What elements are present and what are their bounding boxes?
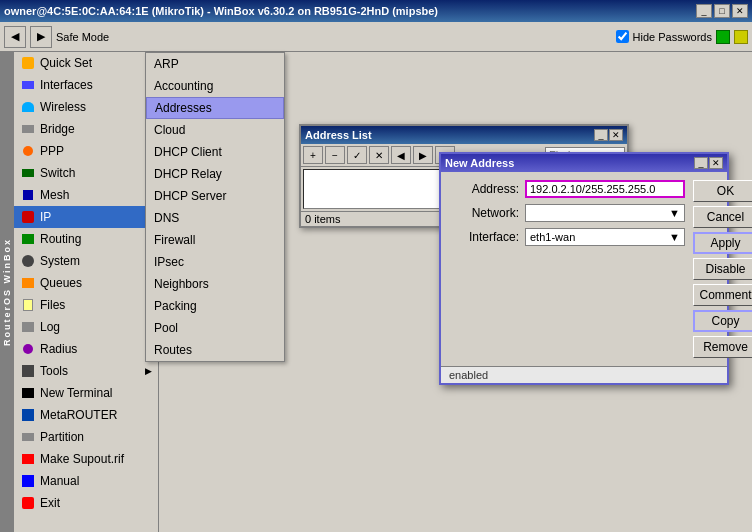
tools-icon [20, 363, 36, 379]
remove-address-button[interactable]: − [325, 146, 345, 164]
submenu-item-dhcp-relay[interactable]: DHCP Relay [146, 163, 284, 185]
sidebar-item-log[interactable]: Log [14, 316, 158, 338]
address-list-title: Address List [305, 129, 372, 141]
comment-button[interactable]: Comment [693, 284, 752, 306]
submenu-item-dhcp-client[interactable]: DHCP Client [146, 141, 284, 163]
copy-button[interactable]: Copy [693, 310, 752, 332]
submenu-item-firewall[interactable]: Firewall [146, 229, 284, 251]
hide-passwords-checkbox[interactable] [616, 30, 629, 43]
sidebar-item-tools[interactable]: Tools ▶ [14, 360, 158, 382]
new-address-window-buttons: _ ✕ [694, 157, 723, 169]
sidebar-label-routing: Routing [40, 232, 81, 246]
submenu-item-accounting[interactable]: Accounting [146, 75, 284, 97]
ip-submenu: ARP Accounting Addresses Cloud DHCP Clie… [145, 52, 285, 362]
submenu-label-dhcp-client: DHCP Client [154, 145, 222, 159]
edit-address-button[interactable]: ✓ [347, 146, 367, 164]
add-address-button[interactable]: + [303, 146, 323, 164]
prev-address-button[interactable]: ◀ [391, 146, 411, 164]
submenu-item-dhcp-server[interactable]: DHCP Server [146, 185, 284, 207]
sidebar-label-ip: IP [40, 210, 51, 224]
sidebar-item-wireless[interactable]: Wireless [14, 96, 158, 118]
submenu-item-dns[interactable]: DNS [146, 207, 284, 229]
tools-arrow: ▶ [145, 366, 152, 376]
disable-button[interactable]: Disable [693, 258, 752, 280]
submenu-item-routes[interactable]: Routes [146, 339, 284, 361]
sidebar-item-interfaces[interactable]: Interfaces [14, 74, 158, 96]
sidebar-item-manual[interactable]: Manual [14, 470, 158, 492]
sidebar-label-exit: Exit [40, 496, 60, 510]
submenu-item-pool[interactable]: Pool [146, 317, 284, 339]
interface-dropdown-arrow[interactable]: ▼ [669, 231, 680, 243]
sidebar-label-quick-set: Quick Set [40, 56, 92, 70]
sidebar-item-radius[interactable]: Radius [14, 338, 158, 360]
submenu-item-arp[interactable]: ARP [146, 53, 284, 75]
interface-value: eth1-wan [530, 231, 575, 243]
sidebar-item-quick-set[interactable]: Quick Set [14, 52, 158, 74]
address-list-window-buttons: _ ✕ [594, 129, 623, 141]
submenu-item-ipsec[interactable]: IPsec [146, 251, 284, 273]
sidebar-item-ppp[interactable]: PPP [14, 140, 158, 162]
new-address-dialog: New Address _ ✕ Address: Network: [439, 152, 729, 385]
main-layout: RouterOS WinBox Quick Set Interfaces Wir… [0, 52, 752, 532]
submenu-label-arp: ARP [154, 57, 179, 71]
submenu-label-firewall: Firewall [154, 233, 195, 247]
sidebar-label-radius: Radius [40, 342, 77, 356]
forward-button[interactable]: ▶ [30, 26, 52, 48]
new-address-close[interactable]: ✕ [709, 157, 723, 169]
sidebar-item-bridge[interactable]: Bridge [14, 118, 158, 140]
maximize-button[interactable]: □ [714, 4, 730, 18]
sidebar-item-mesh[interactable]: Mesh [14, 184, 158, 206]
sidebar-item-switch[interactable]: Switch [14, 162, 158, 184]
next-address-button[interactable]: ▶ [413, 146, 433, 164]
sidebar-item-files[interactable]: Files [14, 294, 158, 316]
new-address-titlebar[interactable]: New Address _ ✕ [441, 154, 727, 172]
network-select[interactable]: ▼ [525, 204, 685, 222]
make-supout-icon [20, 451, 36, 467]
sidebar-item-routing[interactable]: Routing [14, 228, 158, 250]
submenu-item-addresses[interactable]: Addresses [146, 97, 284, 119]
sidebar-item-partition[interactable]: Partition [14, 426, 158, 448]
address-list-minimize[interactable]: _ [594, 129, 608, 141]
back-button[interactable]: ◀ [4, 26, 26, 48]
cancel-button[interactable]: Cancel [693, 206, 752, 228]
submenu-item-neighbors[interactable]: Neighbors [146, 273, 284, 295]
interface-select[interactable]: eth1-wan ▼ [525, 228, 685, 246]
submenu-label-accounting: Accounting [154, 79, 213, 93]
new-address-minimize[interactable]: _ [694, 157, 708, 169]
submenu-label-packing: Packing [154, 299, 197, 313]
green-status-box [716, 30, 730, 44]
terminal-icon [20, 385, 36, 401]
files-icon [20, 297, 36, 313]
sidebar-item-queues[interactable]: Queues [14, 272, 158, 294]
sidebar-item-ip[interactable]: IP ▶ [14, 206, 158, 228]
copy-address-button[interactable]: ✕ [369, 146, 389, 164]
new-address-buttons: OK Cancel Apply Disable Comment Copy Rem… [693, 180, 752, 358]
remove-button[interactable]: Remove [693, 336, 752, 358]
close-button[interactable]: ✕ [732, 4, 748, 18]
ok-button[interactable]: OK [693, 180, 752, 202]
sidebar-item-exit[interactable]: Exit [14, 492, 158, 514]
submenu-label-dhcp-server: DHCP Server [154, 189, 226, 203]
address-list-titlebar[interactable]: Address List _ ✕ [301, 126, 627, 144]
network-dropdown-arrow[interactable]: ▼ [669, 207, 680, 219]
apply-button[interactable]: Apply [693, 232, 752, 254]
queues-icon [20, 275, 36, 291]
submenu-item-packing[interactable]: Packing [146, 295, 284, 317]
sidebar-label-new-terminal: New Terminal [40, 386, 112, 400]
submenu-item-cloud[interactable]: Cloud [146, 119, 284, 141]
sidebar-label-bridge: Bridge [40, 122, 75, 136]
hide-passwords-label: Hide Passwords [633, 31, 712, 43]
sidebar-label-metarouter: MetaROUTER [40, 408, 117, 422]
address-input[interactable] [525, 180, 685, 198]
ip-icon [20, 209, 36, 225]
sidebar-item-new-terminal[interactable]: New Terminal [14, 382, 158, 404]
sidebar-item-system[interactable]: System ▶ [14, 250, 158, 272]
sidebar-label-wireless: Wireless [40, 100, 86, 114]
sidebar-item-metarouter[interactable]: MetaROUTER [14, 404, 158, 426]
minimize-button[interactable]: _ [696, 4, 712, 18]
address-list-close[interactable]: ✕ [609, 129, 623, 141]
side-label-container: RouterOS WinBox [0, 52, 14, 532]
main-toolbar: ◀ ▶ Safe Mode Hide Passwords [0, 22, 752, 52]
bridge-icon [20, 121, 36, 137]
sidebar-item-make-supout[interactable]: Make Supout.rif [14, 448, 158, 470]
